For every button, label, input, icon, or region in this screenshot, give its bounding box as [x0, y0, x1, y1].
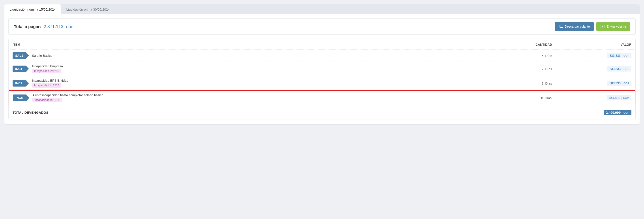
- item-text: Incapacidad EmpresaIncapacidad Id:1215: [32, 65, 63, 73]
- total-label: Total a pagar:: [14, 24, 41, 29]
- download-voucher-button[interactable]: Descargar volante: [555, 22, 594, 31]
- qty-cell: 2 Días: [499, 67, 552, 71]
- item-code-tag: INC1: [12, 66, 26, 72]
- table-body: SAL1Salario Básico5 Días833.333COPINC1In…: [8, 50, 636, 105]
- tabs-bar: Liquidación nómina 15/06/2024 Liquidació…: [4, 5, 640, 14]
- qty-cell: 8 Días: [499, 81, 552, 85]
- item-code-tag: INC8: [13, 95, 26, 101]
- total-summary: Total a pagar: 2.371.113 COP Descargar v…: [8, 18, 636, 35]
- total-currency: COP: [66, 25, 73, 29]
- table-row: INC1Incapacidad EmpresaIncapacidad Id:12…: [10, 62, 634, 76]
- incapacity-badge: Incapacidad Id:1215: [32, 83, 61, 88]
- item-code-tag: INC2: [12, 80, 26, 87]
- totals-label: TOTAL DEVENGADOS: [12, 111, 604, 114]
- value-pill: 833.333COP: [607, 53, 632, 58]
- value-cell: 444.400COP: [552, 95, 631, 100]
- value-amount: 888.933: [609, 81, 620, 85]
- value-cell: 888.933COP: [552, 81, 632, 86]
- action-buttons: Descargar volante Enviar volante: [555, 22, 630, 31]
- item-name: Incapacidad Empresa: [32, 65, 63, 68]
- incapacity-badge: Incapacidad Id:1215: [32, 98, 62, 102]
- value-pill: 888.933COP: [607, 81, 632, 86]
- value-cell: 333.333COP: [552, 66, 632, 72]
- qty-cell: 8 Días: [499, 96, 552, 100]
- item-cell: INC8Ajuste incapacidad hasta completar s…: [13, 93, 499, 102]
- qty-unit: Días: [544, 81, 552, 85]
- totals-row: TOTAL DEVENGADOS 2.499.999 COP: [8, 105, 636, 115]
- item-text: Incapacidad EPS EntidadIncapacidad Id:12…: [32, 79, 68, 88]
- qty-number: 8: [542, 81, 544, 85]
- tab-payroll[interactable]: Liquidación nómina 15/06/2024: [4, 5, 61, 14]
- qty-number: 2: [542, 67, 544, 71]
- totals-value-pill: 2.499.999 COP: [604, 110, 632, 115]
- col-value-header: VALOR: [552, 43, 632, 46]
- item-cell: SAL1Salario Básico: [12, 52, 499, 59]
- value-amount: 444.400: [609, 96, 620, 100]
- item-cell: INC2Incapacidad EPS EntidadIncapacidad I…: [12, 79, 499, 88]
- send-voucher-button[interactable]: Enviar volante: [596, 22, 630, 31]
- value-pill: 333.333COP: [607, 66, 632, 72]
- item-cell: INC1Incapacidad EmpresaIncapacidad Id:12…: [12, 65, 499, 73]
- value-currency: COP: [622, 54, 629, 57]
- total-amount: 2.371.113: [44, 24, 63, 29]
- qty-number: 5: [542, 54, 544, 58]
- total-left: Total a pagar: 2.371.113 COP: [14, 24, 73, 29]
- payroll-card: Liquidación nómina 15/06/2024 Liquidació…: [4, 5, 640, 124]
- table-row: SAL1Salario Básico5 Días833.333COP: [10, 50, 634, 62]
- table-row: INC2Incapacidad EPS EntidadIncapacidad I…: [10, 76, 634, 90]
- item-name: Salario Básico: [32, 54, 52, 57]
- qty-cell: 5 Días: [499, 54, 552, 58]
- qty-unit: Días: [544, 54, 552, 58]
- item-code-tag: SAL1: [12, 52, 26, 59]
- value-currency: COP: [622, 96, 629, 100]
- value-cell: 833.333COP: [552, 53, 632, 58]
- mail-icon: [600, 24, 605, 29]
- item-text: Salario Básico: [32, 54, 52, 57]
- detail-table: ÍTEM CANTIDAD VALOR SAL1Salario Básico5 …: [8, 39, 636, 119]
- totals-currency: COP: [622, 111, 629, 114]
- cloud-download-icon: [559, 24, 563, 29]
- content-area: Total a pagar: 2.371.113 COP Descargar v…: [4, 14, 640, 124]
- value-currency: COP: [622, 82, 629, 85]
- item-name: Ajuste incapacidad hasta completar salar…: [32, 93, 104, 97]
- send-voucher-label: Enviar volante: [606, 25, 626, 28]
- value-currency: COP: [622, 68, 629, 71]
- value-amount: 833.333: [609, 54, 620, 57]
- value-amount: 333.333: [609, 67, 620, 71]
- table-header: ÍTEM CANTIDAD VALOR: [8, 39, 636, 50]
- table-row: INC8Ajuste incapacidad hasta completar s…: [8, 90, 636, 105]
- col-item-header: ÍTEM: [12, 43, 499, 46]
- download-voucher-label: Descargar volante: [565, 25, 590, 28]
- tab-prima[interactable]: Liquidación prima 30/06/2024: [61, 5, 115, 14]
- totals-amount: 2.499.999: [606, 111, 620, 114]
- item-name: Incapacidad EPS Entidad: [32, 79, 68, 82]
- value-pill: 444.400COP: [607, 95, 631, 100]
- incapacity-badge: Incapacidad Id:1215: [32, 69, 61, 73]
- col-qty-header: CANTIDAD: [499, 43, 552, 46]
- qty-unit: Días: [544, 96, 552, 100]
- qty-number: 8: [541, 96, 543, 100]
- qty-unit: Días: [544, 67, 552, 71]
- item-text: Ajuste incapacidad hasta completar salar…: [32, 93, 104, 102]
